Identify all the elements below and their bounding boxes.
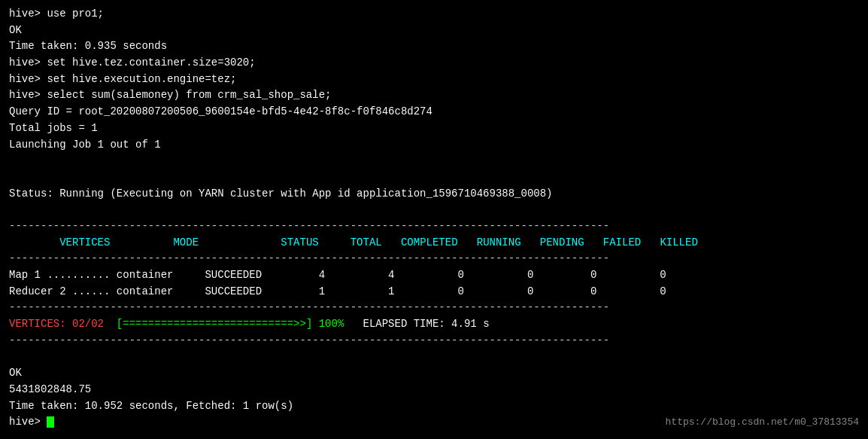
footer-link[interactable]: https://blog.csdn.net/m0_37813354 bbox=[666, 416, 859, 428]
table-row-map1: Map 1 .......... container SUCCEEDED 4 4… bbox=[9, 267, 859, 284]
line-blank1 bbox=[9, 153, 859, 169]
line-ok1: OK bbox=[9, 23, 859, 39]
separator-2: ----------------------------------------… bbox=[9, 251, 859, 267]
col-mode: MODE bbox=[129, 236, 224, 248]
line-time1: Time taken: 0.935 seconds bbox=[9, 38, 859, 55]
line-use-pro1: hive> use pro1; bbox=[9, 6, 859, 23]
separator-1: ----------------------------------------… bbox=[9, 218, 859, 235]
line-launching: Launching Job 1 out of 1 bbox=[9, 137, 859, 154]
line-set-container: hive> set hive.tez.container.size=3020; bbox=[9, 55, 859, 72]
line-ok2: OK bbox=[9, 365, 859, 382]
line-prompt: hive> bbox=[9, 414, 54, 431]
bottom-row: hive> https://blog.csdn.net/m0_37813354 bbox=[9, 414, 859, 431]
line-set-engine: hive> set hive.execution.engine=tez; bbox=[9, 72, 859, 88]
separator-3: ----------------------------------------… bbox=[9, 300, 859, 316]
line-blank2 bbox=[9, 169, 859, 186]
col-total: TOTAL bbox=[338, 236, 395, 248]
terminal: hive> use pro1; OK Time taken: 0.935 sec… bbox=[9, 6, 859, 431]
col-pending: PENDING bbox=[533, 236, 596, 248]
progress-elapsed-label: ELAPSED TIME: 4.91 s bbox=[344, 318, 489, 330]
progress-bar-fill: [===========================>>] 100% bbox=[117, 318, 344, 330]
table-row-reducer2: Reducer 2 ...... container SUCCEEDED 1 1… bbox=[9, 284, 859, 300]
prompt-text: hive> bbox=[9, 416, 47, 428]
line-progress: VERTICES: 02/02 [=======================… bbox=[9, 316, 859, 333]
line-status: Status: Running (Executing on YARN clust… bbox=[9, 186, 859, 203]
line-total-jobs: Total jobs = 1 bbox=[9, 120, 859, 137]
col-vertices: VERTICES bbox=[9, 236, 129, 248]
col-killed: KILLED bbox=[654, 236, 698, 248]
col-failed: FAILED bbox=[596, 236, 654, 248]
separator-4: ----------------------------------------… bbox=[9, 333, 859, 349]
line-blank4 bbox=[9, 349, 859, 365]
col-status: STATUS bbox=[224, 236, 338, 248]
line-select: hive> select sum(salemoney) from crm_sal… bbox=[9, 87, 859, 104]
table-header: VERTICES MODE STATUS TOTAL COMPLETED RUN… bbox=[9, 235, 859, 252]
progress-bar bbox=[104, 318, 117, 330]
col-completed: COMPLETED bbox=[395, 236, 471, 248]
progress-vertices: VERTICES: 02/02 bbox=[9, 318, 104, 330]
line-query-id: Query ID = root_20200807200506_9600154e-… bbox=[9, 104, 859, 120]
col-running: RUNNING bbox=[470, 236, 533, 248]
line-result: 5431802848.75 bbox=[9, 382, 859, 398]
line-blank3 bbox=[9, 202, 859, 218]
cursor bbox=[47, 416, 54, 428]
line-time2: Time taken: 10.952 seconds, Fetched: 1 r… bbox=[9, 398, 859, 415]
